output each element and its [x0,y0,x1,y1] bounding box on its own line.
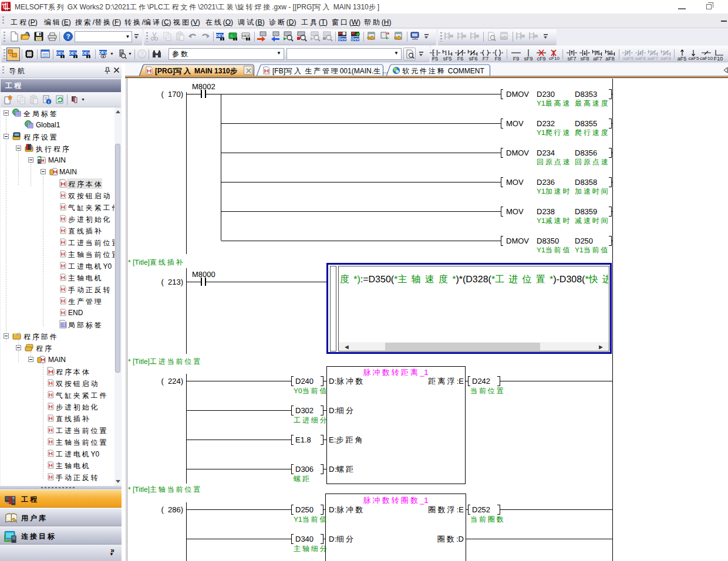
svg-text:M8002: M8002 [192,82,215,91]
svg-text:D240: D240 [295,377,314,386]
svg-text:爬行速度: 爬行速度 [575,129,610,137]
svg-text:Y1当前值: Y1当前值 [537,246,571,254]
svg-text:DMOV: DMOV [506,90,529,99]
svg-text:D236: D236 [537,178,555,187]
svg-text:( 213): ( 213) [161,278,183,286]
svg-text:圈数浮:E: 圈数浮:E [428,505,464,514]
svg-text:MOV: MOV [506,207,524,216]
svg-text:i: i [48,100,49,104]
svg-text:►: ► [598,344,604,351]
svg-text:D8355: D8355 [575,119,597,128]
svg-text:D250: D250 [575,236,593,245]
svg-text:Y1加速时: Y1加速时 [537,187,571,195]
svg-text:M8000: M8000 [192,270,215,279]
svg-text:DMOV: DMOV [506,148,529,157]
svg-text:?: ? [66,33,70,40]
svg-text:Y1当前值: Y1当前值 [294,515,328,523]
svg-text:主轴细分: 主轴细分 [294,545,329,553]
svg-text:* [Title]主轴当前位置: * [Title]主轴当前位置 [128,485,202,494]
svg-text:D306: D306 [295,465,314,474]
svg-text:D232: D232 [537,119,555,128]
svg-text:Y0当前值: Y0当前值 [294,387,328,395]
svg-text:脉冲数转圈数_1: 脉冲数转圈数_1 [363,496,428,505]
svg-text:回原点速: 回原点速 [575,158,610,166]
svg-text:圈数:D: 圈数:D [437,535,464,543]
svg-text:D340: D340 [295,535,314,543]
svg-text:D242: D242 [472,377,490,386]
svg-text:Y1爬行速: Y1爬行速 [537,129,571,137]
svg-text:减速时间: 减速时间 [575,217,610,225]
svg-text:D8353: D8353 [575,90,597,99]
svg-text:D8358: D8358 [575,178,597,187]
svg-text:距离浮:E: 距离浮:E [428,377,464,386]
svg-text:DMOV: DMOV [506,236,529,245]
svg-text:D252: D252 [472,505,490,514]
svg-text:E:步距角: E:步距角 [329,435,365,444]
svg-text:DEV: DEV [69,51,77,55]
svg-text:( 286): ( 286) [161,505,183,514]
svg-text:D:细分: D:细分 [329,406,355,415]
svg-text:Y1减速时: Y1减速时 [537,217,571,225]
svg-text:D:脉冲数: D:脉冲数 [329,505,365,514]
svg-text:* [Title]直线插补: * [Title]直线插补 [128,258,184,266]
svg-text:Dev: Dev [339,37,346,41]
svg-text:度*):=D350(*主轴速度*)*(D328(*工进位置*: 度*):=D350(*主轴速度*)*(D328(*工进位置*)-D308(*快进… [340,274,647,285]
svg-text:当前位置: 当前位置 [470,387,505,395]
svg-text:DEV: DEV [215,33,224,38]
svg-text:D234: D234 [537,148,555,157]
svg-text:?: ? [140,51,144,58]
svg-text:当前圈数: 当前圈数 [470,515,505,523]
svg-text:DEV: DEV [56,51,65,55]
svg-text:D8350: D8350 [537,236,559,245]
svg-text:D:螺距: D:螺距 [329,465,355,474]
svg-text:( 170): ( 170) [161,90,183,99]
svg-text:DEV: DEV [82,51,90,55]
svg-text:螺距: 螺距 [294,475,311,483]
svg-text:Dev: Dev [352,37,359,41]
svg-text:脉冲数转距离_1: 脉冲数转距离_1 [363,368,428,377]
svg-text:DEV: DEV [99,50,107,55]
svg-text:D302: D302 [295,406,314,415]
svg-text:D238: D238 [537,207,555,216]
svg-text:MOV: MOV [506,119,524,128]
svg-text:MOV: MOV [506,178,524,187]
svg-text:E1.8: E1.8 [295,435,311,444]
svg-text:D8356: D8356 [575,148,597,157]
svg-text:D230: D230 [537,90,555,99]
svg-text:最高速度: 最高速度 [575,99,610,107]
svg-text:D:脉冲数: D:脉冲数 [329,377,365,386]
svg-text:HEX: HEX [242,34,249,38]
svg-text:D:细分: D:细分 [329,535,355,543]
svg-text:( 224): ( 224) [161,377,183,386]
svg-text:Y1当前值: Y1当前值 [575,246,609,254]
svg-text:D250: D250 [295,505,314,514]
svg-text:工进细分: 工进细分 [294,416,329,424]
svg-text:Y1最高速: Y1最高速 [537,99,571,107]
svg-text:◄: ◄ [343,344,350,351]
svg-text:>_: >_ [231,34,235,38]
svg-text:加速时间: 加速时间 [575,187,610,195]
svg-text:D8359: D8359 [575,207,597,216]
svg-text:* [Title]工进当前位置: * [Title]工进当前位置 [128,357,202,366]
svg-text:回原点速: 回原点速 [537,158,572,166]
